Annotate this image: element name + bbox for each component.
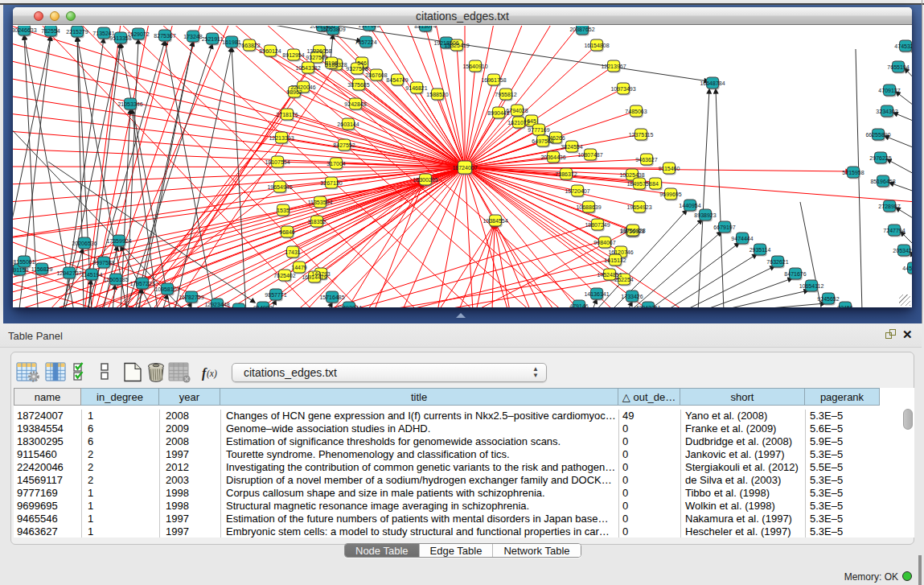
- svg-text:10025438: 10025438: [619, 172, 644, 178]
- svg-text:11353594: 11353594: [308, 200, 333, 205]
- svg-text:17431: 17431: [285, 249, 301, 255]
- svg-text:1527602: 1527602: [358, 26, 380, 28]
- svg-text:8275367: 8275367: [154, 33, 175, 39]
- svg-text:12213967: 12213967: [601, 64, 626, 69]
- svg-text:6497568: 6497568: [532, 138, 553, 144]
- svg-text:9474444: 9474444: [731, 236, 753, 241]
- svg-text:546: 546: [357, 60, 367, 66]
- svg-text:9857771: 9857771: [265, 292, 286, 298]
- svg-text:8471676: 8471676: [784, 271, 806, 277]
- svg-text:2718176: 2718176: [276, 112, 298, 117]
- svg-text:22420046: 22420046: [290, 84, 315, 90]
- svg-text:16914479: 16914479: [302, 274, 326, 280]
- svg-text:17957223: 17957223: [129, 281, 154, 286]
- svg-text:4455413: 4455413: [902, 266, 912, 271]
- svg-text:17359924: 17359924: [106, 238, 131, 244]
- svg-text:3824554: 3824554: [561, 144, 582, 150]
- svg-text:18807249: 18807249: [585, 222, 610, 228]
- svg-text:2521911: 2521911: [202, 36, 224, 42]
- svg-text:10958107: 10958107: [154, 286, 179, 292]
- svg-text:19654923: 19654923: [626, 204, 651, 210]
- svg-text:19654945: 19654945: [267, 184, 292, 190]
- svg-text:8813074: 8813074: [414, 26, 436, 29]
- svg-text:2976225: 2976225: [869, 155, 891, 161]
- svg-text:12213363: 12213363: [269, 135, 294, 141]
- svg-text:12923448: 12923448: [204, 302, 229, 307]
- svg-text:1145194: 1145194: [81, 272, 103, 278]
- svg-text:12375115: 12375115: [629, 132, 654, 138]
- svg-text:7955812: 7955812: [495, 92, 516, 97]
- svg-text:9115460: 9115460: [659, 166, 680, 171]
- svg-text:813451: 813451: [229, 307, 248, 308]
- svg-text:1440954: 1440954: [679, 203, 700, 208]
- svg-text:18107554: 18107554: [265, 159, 290, 165]
- svg-text:16053809: 16053809: [320, 27, 345, 32]
- svg-text:9997588: 9997588: [92, 260, 114, 266]
- svg-text:317004: 317004: [326, 161, 345, 167]
- svg-text:43343251: 43343251: [635, 305, 660, 308]
- svg-text:13226058: 13226058: [306, 48, 331, 54]
- svg-text:7632621: 7632621: [766, 259, 788, 265]
- svg-text:1733426: 1733426: [621, 294, 643, 299]
- svg-text:9245652: 9245652: [817, 296, 839, 302]
- svg-text:1156829: 1156829: [31, 266, 53, 272]
- svg-text:1535: 1535: [277, 208, 290, 213]
- svg-text:12505185: 12505185: [103, 277, 128, 282]
- svg-text:2728987: 2728987: [878, 204, 900, 209]
- svg-text:8155061: 8155061: [13, 259, 35, 265]
- svg-text:20364436: 20364436: [540, 154, 565, 160]
- svg-text:8960124: 8960124: [259, 48, 281, 54]
- svg-text:9327509: 9327509: [306, 55, 327, 60]
- svg-text:479146: 479146: [569, 303, 588, 308]
- svg-text:7386372: 7386372: [555, 171, 577, 177]
- svg-text:15720407: 15720407: [565, 188, 589, 194]
- svg-text:8196: 8196: [325, 60, 338, 66]
- svg-text:8454749: 8454749: [386, 77, 408, 83]
- svg-text:12942737: 12942737: [56, 270, 81, 276]
- svg-text:16961758: 16961758: [481, 77, 506, 83]
- svg-text:(x): (x): [207, 369, 217, 379]
- svg-text:9463627: 9463627: [635, 157, 657, 163]
- svg-text:7655194: 7655194: [887, 64, 909, 70]
- svg-text:13325419: 13325419: [444, 43, 469, 48]
- svg-text:2053424: 2053424: [893, 248, 912, 253]
- svg-text:4745328: 4745328: [894, 43, 912, 49]
- svg-text:10807487: 10807487: [577, 152, 602, 158]
- svg-text:20387652: 20387652: [569, 27, 594, 32]
- svg-text:1629072: 1629072: [127, 31, 149, 37]
- svg-text:173248: 173248: [183, 34, 202, 39]
- svg-text:14479: 14479: [291, 265, 307, 270]
- svg-text:7625402: 7625402: [273, 273, 295, 278]
- svg-text:2215279: 2215279: [66, 29, 88, 35]
- svg-text:8938923: 8938923: [694, 212, 716, 218]
- svg-text:5215958: 5215958: [842, 170, 864, 175]
- svg-text:20206536: 20206536: [72, 241, 97, 246]
- svg-text:2867608: 2867608: [365, 72, 387, 78]
- svg-text:9777169: 9777169: [528, 127, 549, 133]
- svg-text:72492024: 72492024: [336, 305, 361, 308]
- svg-text:6679197: 6679197: [713, 225, 735, 230]
- svg-text:3875685: 3875685: [347, 82, 369, 88]
- svg-text:118352: 118352: [308, 219, 326, 225]
- svg-text:391159: 391159: [13, 267, 29, 273]
- svg-text:2603144: 2603144: [337, 122, 359, 127]
- svg-text:252254: 252254: [614, 277, 633, 282]
- svg-text:15716485: 15716485: [319, 295, 344, 300]
- svg-text:8912954: 8912954: [282, 52, 304, 58]
- svg-text:96846: 96846: [279, 229, 295, 235]
- svg-text:16120746: 16120746: [608, 249, 633, 255]
- svg-text:16154808: 16154808: [584, 43, 609, 48]
- svg-text:9327508: 9327508: [346, 66, 368, 72]
- svg-text:66255890: 66255890: [865, 132, 890, 138]
- svg-text:18300295: 18300295: [413, 177, 437, 183]
- svg-text:914983: 914983: [253, 305, 272, 308]
- svg-text:2935114: 2935114: [749, 247, 771, 253]
- svg-text:7247794: 7247794: [883, 228, 905, 233]
- svg-text:6794028: 6794028: [506, 108, 528, 113]
- svg-text:645: 645: [527, 118, 536, 124]
- svg-text:8427552: 8427552: [333, 142, 355, 148]
- svg-text:19384554: 19384554: [483, 218, 507, 224]
- svg-text:18495758: 18495758: [626, 181, 651, 187]
- svg-text:1588520: 1588520: [426, 92, 448, 97]
- svg-text:10543382: 10543382: [295, 65, 320, 71]
